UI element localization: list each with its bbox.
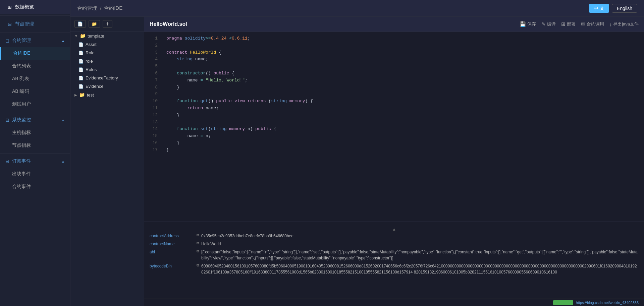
code-content[interactable]: 12345 678910 1112131415 1617 pragma soli… bbox=[144, 32, 644, 222]
abi-value: [{"constant":false,"inputs":[{"name":"n"… bbox=[201, 249, 639, 261]
lang-en-button[interactable]: English bbox=[612, 4, 637, 13]
copy-address-icon[interactable]: ⧉ bbox=[197, 233, 199, 237]
contract-call-button[interactable]: ✉ 合约调用 bbox=[581, 21, 604, 27]
sidebar-group-contract[interactable]: ◻ 合约管理 ▲ bbox=[0, 34, 70, 47]
sidebar-item-data-overview[interactable]: ⊞ 数据概览 bbox=[0, 0, 70, 14]
chevron-down-icon: ▼ bbox=[74, 34, 78, 38]
bottom-panel: ▲ contractAddress ⧉ 0x35c95ea2a9352ddbeb… bbox=[144, 222, 644, 299]
sidebar-item-host-metrics[interactable]: 主机指标 bbox=[0, 126, 70, 139]
node-icon: ⊟ bbox=[8, 21, 12, 27]
editor-topbar: HelloWorld.sol 💾 保存 ✎ 编译 ⊞ 部署 bbox=[144, 17, 644, 32]
export-java-button[interactable]: ↓ 导出java文件 bbox=[609, 21, 639, 27]
subscribe-icon: ⊟ bbox=[5, 159, 9, 164]
sidebar-item-abi-encode[interactable]: ABI编码 bbox=[0, 85, 70, 98]
sidebar-item-label: 节点指标 bbox=[12, 142, 31, 148]
call-icon: ✉ bbox=[581, 21, 585, 27]
new-file-button[interactable]: 📄 bbox=[74, 20, 86, 28]
sidebar-item-label: 合约事件 bbox=[12, 184, 31, 189]
save-label: 保存 bbox=[527, 21, 536, 27]
save-button[interactable]: 💾 保存 bbox=[520, 21, 536, 27]
folder-name: template bbox=[88, 34, 104, 39]
file-evidence[interactable]: 📄 Evidence bbox=[70, 82, 144, 90]
sidebar-group-subscribe-events[interactable]: ⊟ 订阅事件 ▲ bbox=[0, 155, 70, 168]
main-area: 合约管理 / 合约IDE 中 文 English 📄 📁 ⬆ ▼ 📁 templ… bbox=[70, 0, 644, 306]
sidebar-item-contract-ide[interactable]: 合约IDE bbox=[0, 47, 70, 60]
file-role[interactable]: 📄 role bbox=[70, 57, 144, 65]
file-evidence-factory[interactable]: 📄 EvidenceFactory bbox=[70, 74, 144, 82]
file-name: Role bbox=[86, 50, 95, 55]
divider bbox=[0, 15, 70, 16]
file-icon: 📄 bbox=[78, 51, 84, 55]
divider bbox=[0, 153, 70, 154]
file-name: Asset bbox=[86, 42, 97, 47]
file-asset[interactable]: 📄 Asset bbox=[70, 40, 144, 49]
file-name: Evidence bbox=[86, 84, 103, 89]
sidebar: ⊞ 数据概览 ⊟ 节点管理 ◻ 合约管理 ▲ 合约IDE 合约列表 ABI列表 … bbox=[0, 0, 70, 306]
copy-name-icon[interactable]: ⧉ bbox=[197, 241, 199, 245]
sidebar-item-label: 数据概览 bbox=[15, 4, 34, 10]
compile-icon: ✎ bbox=[541, 21, 546, 27]
sidebar-group-label: 合约管理 bbox=[12, 38, 31, 44]
file-icon: 📄 bbox=[78, 76, 84, 80]
file-icon: 📄 bbox=[78, 42, 84, 47]
folder-icon: 📁 bbox=[80, 33, 86, 39]
grid-icon: ⊞ bbox=[8, 4, 12, 10]
monitor-icon: ⊟ bbox=[5, 117, 9, 123]
sidebar-item-node-management[interactable]: ⊟ 节点管理 bbox=[0, 17, 70, 31]
line-numbers: 12345 678910 1112131415 1617 bbox=[144, 32, 161, 222]
sidebar-item-contract-list[interactable]: 合约列表 bbox=[0, 60, 70, 72]
status-bar: https://blog.csdn.net/weixin_43402353 bbox=[144, 299, 644, 306]
file-roles[interactable]: 📄 Roles bbox=[70, 65, 144, 74]
compile-button[interactable]: ✎ 编译 bbox=[541, 21, 556, 27]
deploy-icon: ⊞ bbox=[561, 21, 566, 27]
sidebar-item-contract-events[interactable]: 合约事件 bbox=[0, 180, 70, 193]
sidebar-item-block-events[interactable]: 出块事件 bbox=[0, 168, 70, 180]
contract-address-label: contractAddress bbox=[150, 233, 197, 238]
sidebar-item-test-user[interactable]: 测试用户 bbox=[0, 98, 70, 111]
code-display[interactable]: pragma solidity>=0.4.24 <0.6.11; contrac… bbox=[161, 32, 644, 222]
file-icon: 📄 bbox=[78, 84, 84, 89]
abi-row: abi ⧉ [{"constant":false,"inputs":[{"nam… bbox=[150, 249, 639, 261]
export-icon: ↓ bbox=[609, 21, 612, 27]
sidebar-item-node-metrics[interactable]: 节点指标 bbox=[0, 139, 70, 152]
file-icon: 📄 bbox=[78, 67, 84, 72]
bytecode-value: 608060405234801561001057600080fd5b506040… bbox=[201, 263, 639, 275]
copy-abi-icon[interactable]: ⧉ bbox=[197, 249, 199, 253]
sidebar-item-label: 测试用户 bbox=[12, 101, 31, 107]
sidebar-item-label: 出块事件 bbox=[12, 171, 31, 176]
ide-area: 📄 📁 ⬆ ▼ 📁 template 📄 Asset 📄 Role 📄 role bbox=[70, 17, 644, 306]
upload-button[interactable]: ⬆ bbox=[103, 20, 112, 28]
sidebar-item-label: ABI列表 bbox=[12, 76, 29, 81]
sidebar-group-label: 系统监控 bbox=[12, 117, 31, 123]
sidebar-item-label: 主机指标 bbox=[12, 130, 31, 135]
contract-icon: ◻ bbox=[5, 38, 9, 43]
sidebar-item-label: 合约列表 bbox=[12, 63, 31, 68]
chevron-up-icon: ▲ bbox=[61, 118, 65, 122]
copy-bytecode-icon[interactable]: ⧉ bbox=[197, 263, 199, 267]
contract-name-label: contractName bbox=[150, 241, 197, 246]
deploy-button[interactable]: ⊞ 部署 bbox=[561, 21, 576, 27]
breadcrumb-sep: / bbox=[100, 5, 101, 11]
save-icon: 💾 bbox=[520, 21, 526, 27]
code-editor: HelloWorld.sol 💾 保存 ✎ 编译 ⊞ 部署 bbox=[144, 17, 644, 306]
status-link[interactable]: https://blog.csdn.net/weixin_43402353 bbox=[576, 301, 639, 305]
breadcrumb: 合约管理 / 合约IDE bbox=[77, 5, 122, 11]
contract-address-row: contractAddress ⧉ 0x35c95ea2a9352ddbeb7e… bbox=[150, 233, 639, 239]
folder-icon: 📁 bbox=[79, 92, 85, 98]
lang-zh-button[interactable]: 中 文 bbox=[589, 4, 609, 13]
editor-filename: HelloWorld.sol bbox=[150, 21, 187, 27]
file-name: Roles bbox=[86, 67, 97, 72]
breadcrumb-parent: 合约管理 bbox=[77, 5, 97, 11]
compile-label: 编译 bbox=[547, 21, 556, 27]
file-tree: 📄 📁 ⬆ ▼ 📁 template 📄 Asset 📄 Role 📄 role bbox=[70, 17, 144, 306]
sidebar-group-system-monitor[interactable]: ⊟ 系统监控 ▲ bbox=[0, 114, 70, 126]
panel-toggle[interactable]: ▲ bbox=[150, 226, 639, 233]
file-role-cap[interactable]: 📄 Role bbox=[70, 49, 144, 57]
folder-template[interactable]: ▼ 📁 template bbox=[70, 32, 144, 40]
folder-test[interactable]: ▶ 📁 test bbox=[70, 90, 144, 99]
new-folder-button[interactable]: 📁 bbox=[89, 20, 100, 28]
topbar: 合约管理 / 合约IDE 中 文 English bbox=[70, 0, 644, 17]
file-name: role bbox=[86, 59, 93, 64]
folder-name: test bbox=[87, 93, 94, 98]
sidebar-item-abi-list[interactable]: ABI列表 bbox=[0, 72, 70, 85]
